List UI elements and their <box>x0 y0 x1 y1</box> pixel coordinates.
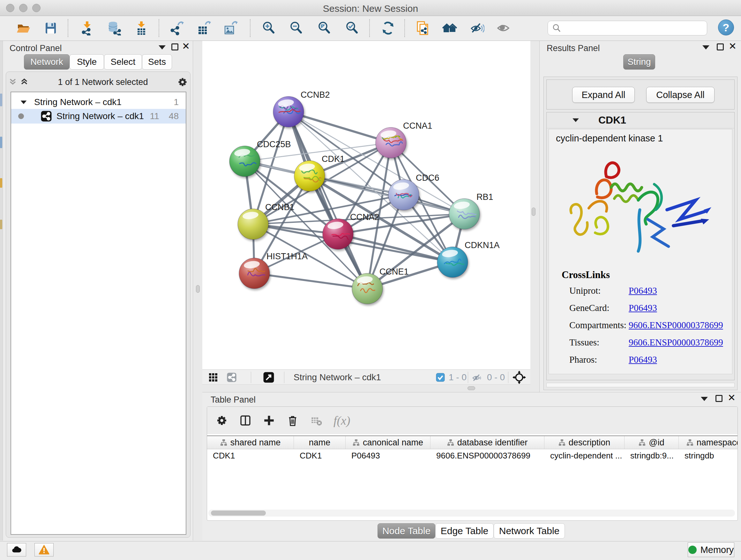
column-header-databaseidentifier[interactable]: database identifier <box>430 436 544 449</box>
open-in-window-icon[interactable] <box>263 372 274 383</box>
edge-HIST1H1A-CCNE1[interactable] <box>254 273 367 289</box>
results-scrollbar-track[interactable] <box>546 383 735 387</box>
clone-network-button[interactable] <box>414 20 430 37</box>
network-collection-row[interactable]: String Network – cdk1 1 <box>11 95 186 110</box>
results-panel-collapse-button[interactable] <box>702 45 710 50</box>
network-view-icon[interactable] <box>226 372 237 382</box>
table-panel-close-button[interactable]: ✕ <box>728 394 736 401</box>
birds-eye-view-icon[interactable] <box>513 371 526 384</box>
network-row-selected[interactable]: String Network – cdk1 11 48 <box>11 109 186 124</box>
crosslink-link[interactable]: 9606.ENSP00000378699 <box>629 320 723 330</box>
right-splitter-handle[interactable] <box>532 207 536 216</box>
import-network-from-database-button[interactable] <box>106 20 122 37</box>
control-panel-float-button[interactable] <box>172 44 179 51</box>
delete-column-icon[interactable] <box>286 414 299 427</box>
add-column-icon[interactable] <box>263 414 275 427</box>
table-gear-icon[interactable] <box>215 414 228 427</box>
column-header-namespace[interactable]: namespace <box>679 436 738 449</box>
node-RB1[interactable]: RB1 <box>449 192 493 229</box>
apply-layout-button[interactable] <box>380 20 396 37</box>
export-network-button[interactable] <box>169 20 185 37</box>
window-title: Session: New Session <box>0 3 741 14</box>
save-session-button[interactable] <box>43 20 59 37</box>
bottom-splitter-handle[interactable] <box>468 386 475 390</box>
results-panel-close-button[interactable]: ✕ <box>729 43 737 50</box>
collection-count: 1 <box>174 97 179 107</box>
memory-button[interactable]: Memory <box>688 543 734 557</box>
cloud-status-button[interactable] <box>7 543 26 557</box>
tab-string[interactable]: String <box>623 54 655 70</box>
node-CCNA1[interactable]: CCNA1 <box>376 121 432 158</box>
cell-databaseidentifier[interactable]: 9606.ENSP00000378699 <box>430 449 544 462</box>
tab-select[interactable]: Select <box>104 54 142 70</box>
zoom-in-button[interactable] <box>260 20 277 37</box>
crosslink-link[interactable]: P06493 <box>629 286 657 296</box>
open-session-button[interactable] <box>15 20 31 37</box>
collapse-all-button[interactable]: Collapse All <box>646 87 715 103</box>
help-button[interactable]: ? <box>718 19 734 36</box>
node-CDK1[interactable]: CDK1 <box>294 154 345 191</box>
zoom-fit-button[interactable] <box>316 20 333 37</box>
zoom-selected-button[interactable] <box>344 20 360 37</box>
column-header-name[interactable]: name <box>294 436 346 449</box>
expand-all-icon[interactable] <box>19 77 29 87</box>
import-table-button[interactable] <box>133 20 150 37</box>
control-panel-collapse-button[interactable] <box>158 45 165 50</box>
node-CDC25B[interactable]: CDC25B <box>229 139 291 177</box>
cell-namespace[interactable]: stringdb <box>679 449 738 462</box>
tab-sets[interactable]: Sets <box>142 54 172 70</box>
table-panel-float-button[interactable] <box>716 395 723 402</box>
column-header-canonicalname[interactable]: canonical name <box>346 436 430 449</box>
collection-expander-icon[interactable] <box>21 100 27 104</box>
node-CDKN1A[interactable]: CDKN1A <box>437 240 500 277</box>
network-node-count: 11 <box>150 111 159 121</box>
show-columns-icon[interactable] <box>239 414 252 427</box>
column-header-description[interactable]: description <box>544 436 624 449</box>
network-canvas[interactable]: CCNB2CCNA1CDC25BCDK1CDC6RB1CCNB1CCNA2CDK… <box>202 41 530 369</box>
results-panel-float-button[interactable] <box>717 44 724 51</box>
zoom-out-button[interactable] <box>288 20 305 37</box>
node-HIST1H1A[interactable]: HIST1H1A <box>239 252 308 289</box>
cell-name[interactable]: CDK1 <box>294 449 346 462</box>
export-image-button[interactable] <box>222 20 239 37</box>
gear-icon[interactable] <box>177 76 188 88</box>
node-CCNB1[interactable]: CCNB1 <box>238 202 294 240</box>
control-panel-close-button[interactable]: ✕ <box>182 43 190 50</box>
table-panel-collapse-button[interactable] <box>701 397 708 401</box>
cell-id[interactable]: stringdb:9... <box>624 449 679 462</box>
tab-style[interactable]: Style <box>70 54 104 70</box>
tab-edge-table[interactable]: Edge Table <box>435 523 494 539</box>
cell-sharedname[interactable]: CDK1 <box>207 449 294 462</box>
expand-all-button[interactable]: Expand All <box>572 87 635 103</box>
crosslink-link[interactable]: P06493 <box>629 354 657 365</box>
cell-description[interactable]: cyclin-dependent ... <box>544 449 624 462</box>
collapse-all-icon[interactable] <box>8 77 17 87</box>
grid-view-icon[interactable] <box>209 373 218 382</box>
crosslink-link[interactable]: 9606.ENSP00000378699 <box>629 337 723 348</box>
cell-canonicalname[interactable]: P06493 <box>346 449 430 462</box>
first-neighbors-button[interactable] <box>441 20 458 37</box>
tab-node-table[interactable]: Node Table <box>378 523 435 539</box>
tab-network-table[interactable]: Network Table <box>494 523 565 539</box>
toolbar-search[interactable] <box>548 21 707 36</box>
selected-checkbox-icon[interactable] <box>436 373 445 382</box>
hide-selected-button[interactable] <box>469 20 485 37</box>
edge-CCNB2-CCNA1[interactable] <box>288 112 391 143</box>
left-splitter-handle[interactable] <box>196 285 200 293</box>
table-hscrollbar-thumb[interactable] <box>211 510 266 516</box>
export-table-button[interactable] <box>196 20 212 37</box>
tab-network[interactable]: Network <box>24 54 70 70</box>
warnings-button[interactable] <box>35 543 54 557</box>
table-hscrollbar-track[interactable] <box>208 509 735 516</box>
column-header-id[interactable]: @id <box>624 436 679 449</box>
show-all-button[interactable] <box>495 20 512 37</box>
import-network-button[interactable] <box>79 20 95 37</box>
node-CDC6[interactable]: CDC6 <box>388 173 440 210</box>
search-input[interactable] <box>561 23 698 33</box>
cdk1-section-header[interactable]: CDK1 <box>547 112 734 128</box>
crosslink-link[interactable]: P06493 <box>629 303 657 313</box>
section-expander-icon[interactable] <box>572 118 579 122</box>
table-row[interactable]: CDK1CDK1P064939606.ENSP00000378699cyclin… <box>207 449 738 462</box>
edge-CCNB2-CCNE1[interactable] <box>288 112 367 289</box>
column-header-sharedname[interactable]: shared name <box>207 436 294 449</box>
